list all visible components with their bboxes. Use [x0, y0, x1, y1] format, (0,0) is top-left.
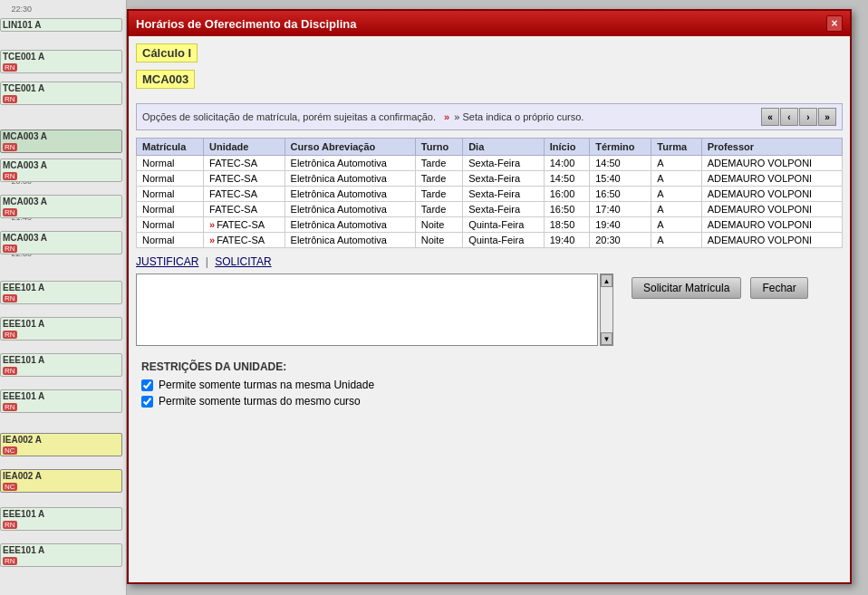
textarea-scrollbar[interactable]: ▲ ▼ — [600, 274, 613, 346]
restriction-label: Permite somente turmas do mesmo curso — [159, 395, 361, 408]
nav-first-button[interactable]: « — [761, 108, 779, 126]
cell-dia: Quinta-Feira — [463, 233, 545, 248]
sidebar-item-badge: RN — [3, 403, 17, 411]
cell-inicio: 14:00 — [544, 156, 589, 171]
justification-textarea[interactable] — [136, 274, 598, 346]
table-row[interactable]: Normal FATEC-SA Eletrônica Automotiva Ta… — [137, 156, 843, 171]
sidebar-schedule-item[interactable]: MCA003 ARN — [0, 158, 122, 182]
nav-prev-button[interactable]: ‹ — [780, 108, 798, 126]
cell-turno: Tarde — [415, 171, 462, 187]
modal-close-button[interactable]: × — [826, 15, 843, 32]
cell-termino: 16:50 — [590, 187, 651, 202]
modal-body: Cálculo I MCA003 Opções de solicitação d… — [129, 36, 850, 424]
nav-next-button[interactable]: › — [799, 108, 817, 126]
table-row[interactable]: Normal FATEC-SA Eletrônica Automotiva Ta… — [137, 171, 843, 187]
cell-dia: Sexta-Feira — [463, 171, 545, 187]
restrictions-title: Restrições da Unidade: — [141, 360, 837, 373]
cell-turno: Tarde — [415, 202, 462, 217]
col-unidade: Unidade — [204, 139, 285, 156]
sidebar-item-badge: RN — [3, 521, 17, 529]
cell-turno: Tarde — [415, 156, 462, 171]
cell-unidade: FATEC-SA — [204, 187, 285, 202]
sidebar-item-label: EEE101 A — [3, 355, 120, 365]
sidebar-schedule-item[interactable]: MCA003 ARN — [0, 130, 122, 153]
cell-unidade: »FATEC-SA — [204, 217, 285, 233]
fechar-button[interactable]: Fechar — [750, 277, 807, 299]
sidebar-schedule-item[interactable]: EEE101 ARN — [0, 507, 122, 531]
col-turma: Turma — [651, 139, 701, 156]
sidebar-schedule-item[interactable]: IEA002 ANC — [0, 433, 122, 456]
cell-turma: A — [651, 156, 701, 171]
cell-turma: A — [651, 171, 701, 187]
sidebar-schedule-item[interactable]: TCE001 ARN — [0, 50, 122, 73]
sidebar-item-badge: RN — [3, 245, 17, 253]
cell-termino: 19:40 — [590, 217, 651, 233]
sidebar-schedule-item[interactable]: EEE101 ARN — [0, 389, 122, 413]
cell-inicio: 19:40 — [544, 233, 589, 248]
sidebar-item-label: EEE101 A — [3, 509, 120, 519]
sidebar-schedule-item[interactable]: TCE001 ARN — [0, 82, 122, 105]
cell-matricula: Normal — [137, 187, 204, 202]
sidebar-schedule-item[interactable]: EEE101 ARN — [0, 353, 122, 377]
justify-link[interactable]: JUSTIFICAR — [136, 255, 198, 268]
table-row[interactable]: Normal FATEC-SA Eletrônica Automotiva Ta… — [137, 202, 843, 217]
sidebar-schedule-item[interactable]: MCA003 ARN — [0, 195, 122, 218]
sidebar-item-label: TCE001 A — [3, 52, 120, 62]
col-matricula: Matrícula — [137, 139, 204, 156]
sidebar-schedule-item[interactable]: EEE101 ARN — [0, 543, 122, 567]
table-body: Normal FATEC-SA Eletrônica Automotiva Ta… — [137, 156, 843, 248]
cell-curso: Eletrônica Automotiva — [285, 171, 415, 187]
sidebar-item-label: MCA003 A — [3, 233, 120, 243]
scrollbar-track — [601, 287, 612, 332]
table-row[interactable]: Normal FATEC-SA Eletrônica Automotiva Ta… — [137, 187, 843, 202]
sidebar-schedule-item[interactable]: EEE101 ARN — [0, 281, 122, 304]
row-arrow-icon: » — [209, 235, 215, 245]
restriction-checkbox-1[interactable] — [141, 396, 153, 408]
request-link[interactable]: SOLICITAR — [215, 255, 271, 268]
sidebar-schedule-item[interactable]: IEA002 ANC — [0, 469, 122, 493]
modal-dialog: Horários de Oferecimento da Disciplina ×… — [127, 9, 852, 584]
modal-titlebar: Horários de Oferecimento da Disciplina × — [129, 11, 850, 36]
scrollbar-down-button[interactable]: ▼ — [601, 332, 612, 345]
cell-professor: ADEMAURO VOLPONI — [701, 217, 842, 233]
sidebar-item-badge: RN — [3, 367, 17, 375]
modal-title: Horários de Oferecimento da Disciplina — [136, 17, 356, 31]
cell-termino: 17:40 — [590, 202, 651, 217]
cell-turno: Noite — [415, 217, 462, 233]
cell-inicio: 16:00 — [544, 187, 589, 202]
info-bar: Opções de solicitação de matrícula, poré… — [136, 103, 843, 130]
cell-curso: Eletrônica Automotiva — [285, 233, 415, 248]
solicitar-matricula-button[interactable]: Solicitar Matrícula — [632, 277, 741, 299]
cell-dia: Quinta-Feira — [463, 217, 545, 233]
sidebar-schedule-item[interactable]: MCA003 ARN — [0, 231, 122, 254]
sidebar-item-badge: RN — [3, 557, 17, 565]
action-buttons: Solicitar Matrícula Fechar — [632, 277, 808, 299]
sidebar-item-badge: NC — [3, 446, 17, 455]
subject-code: MCA003 — [136, 70, 195, 89]
sidebar-item-label: IEA002 A — [3, 471, 120, 481]
scrollbar-up-button[interactable]: ▲ — [601, 274, 612, 287]
col-inicio: Início — [544, 139, 589, 156]
table-row[interactable]: Normal »FATEC-SA Eletrônica Automotiva N… — [137, 233, 843, 248]
cell-professor: ADEMAURO VOLPONI — [701, 202, 842, 217]
info-arrow: » — [444, 111, 449, 122]
nav-last-button[interactable]: » — [818, 108, 836, 126]
sidebar-item-badge: RN — [3, 331, 17, 339]
cell-turma: A — [651, 217, 701, 233]
cell-inicio: 14:50 — [544, 171, 589, 187]
link-separator: | — [206, 255, 208, 268]
info-text: Opções de solicitação de matrícula, poré… — [142, 111, 436, 122]
cell-matricula: Normal — [137, 202, 204, 217]
table-row[interactable]: Normal »FATEC-SA Eletrônica Automotiva N… — [137, 217, 843, 233]
cell-curso: Eletrônica Automotiva — [285, 156, 415, 171]
sidebar-item-label: LIN101 A — [3, 20, 120, 30]
sidebar-schedule-item[interactable]: EEE101 ARN — [0, 317, 122, 341]
col-curso: Curso Abreviação — [285, 139, 415, 156]
sidebar-item-label: EEE101 A — [3, 283, 120, 293]
sidebar-schedule-item[interactable]: LIN101 A — [0, 18, 122, 32]
cell-turma: A — [651, 187, 701, 202]
cell-professor: ADEMAURO VOLPONI — [701, 187, 842, 202]
cell-matricula: Normal — [137, 171, 204, 187]
restriction-checkbox-0[interactable] — [141, 379, 153, 391]
cell-professor: ADEMAURO VOLPONI — [701, 171, 842, 187]
